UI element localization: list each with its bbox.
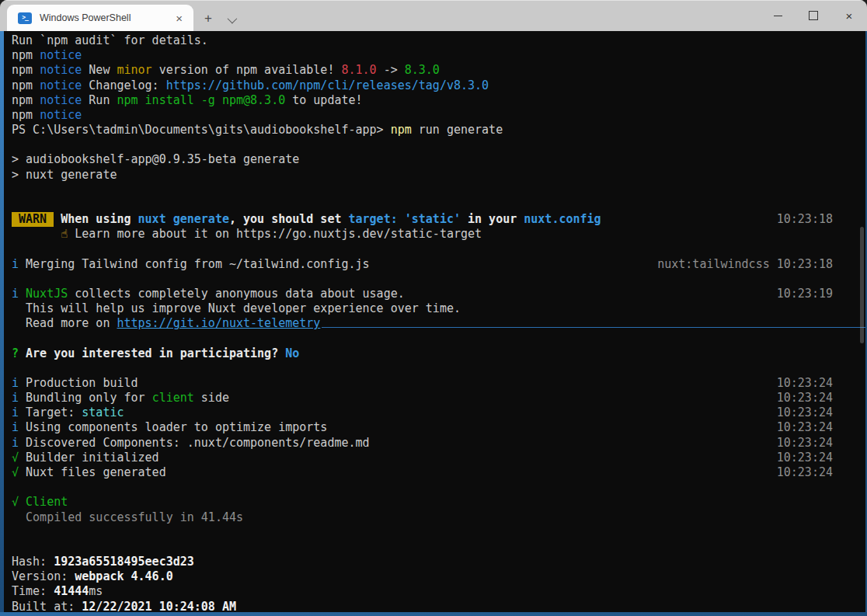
terminal-line: npm notice New minor version of npm avai…	[12, 63, 865, 78]
terminal-line: ☝ Learn more about it on https://go.nuxt…	[12, 227, 865, 242]
terminal-text-segment: Hash:	[12, 555, 54, 569]
terminal-text-segment: Changelog:	[82, 78, 165, 93]
terminal-text-segment: NuxtJS	[26, 287, 68, 301]
terminal-text-segment: Target:	[19, 405, 82, 420]
terminal-line: Time: 41444ms	[12, 584, 865, 599]
terminal-line	[12, 480, 865, 495]
maximize-button[interactable]	[796, 1, 831, 30]
terminal-window: >_ Windows PowerShell × + × Run `npm aud…	[0, 0, 867, 616]
link-underline-rule	[322, 316, 865, 328]
terminal-link[interactable]: https://git.io/nuxt-telemetry	[117, 316, 320, 331]
terminal-text-segment: collects completely anonymous data about…	[68, 287, 404, 301]
terminal-text-segment: npm	[12, 93, 40, 108]
terminal-text-segment: > nuxt generate	[12, 168, 117, 183]
terminal-text-segment: , you should set	[229, 212, 349, 227]
terminal-text-segment: npm	[12, 108, 40, 123]
terminal-text-segment: notice	[40, 48, 82, 63]
terminal-text-segment: Production build	[19, 376, 138, 391]
terminal-text-segment: npm install -g npm@8.3.0	[117, 93, 285, 108]
terminal-text-segment: √ Client	[12, 495, 68, 510]
terminal-line: PS C:\Users\tadmin\Documents\gits\audiob…	[12, 123, 865, 137]
terminal-line: Version: webpack 4.46.0	[12, 569, 865, 584]
terminal-text-segment: npm	[391, 123, 412, 137]
timestamp: 10:23:24	[777, 376, 865, 391]
terminal-text-segment: This will help us improve Nuxt developer…	[12, 301, 461, 316]
terminal-line: √ Builder initialized10:23:24	[12, 451, 865, 465]
terminal-text-segment: notice	[40, 93, 82, 108]
terminal-line	[12, 242, 865, 256]
timestamp: 10:23:24	[777, 420, 865, 435]
terminal-text-segment: √	[12, 465, 19, 480]
terminal-line: npm notice Run npm install -g npm@8.3.0 …	[12, 93, 865, 108]
minimize-button[interactable]	[760, 1, 796, 30]
minimize-icon	[774, 16, 782, 16]
new-tab-button[interactable]: +	[193, 12, 221, 31]
terminal-text-segment: target: 'static'	[349, 212, 461, 227]
window-edge-bottom	[0, 612, 867, 616]
terminal-link[interactable]: https://github.com/npm/cli/releases/tag/…	[166, 78, 489, 93]
timestamp: 10:23:24	[777, 436, 865, 451]
terminal-text-segment: 12/22/2021 10:24:08 AM	[82, 600, 236, 612]
chevron-down-icon	[227, 14, 237, 24]
terminal-line: i Merging Tailwind config from ~/tailwin…	[12, 257, 865, 272]
pointing-hand-icon: ☝	[61, 227, 68, 242]
terminal-text-segment: 8.1.0	[341, 63, 376, 78]
terminal-line: i Target: static10:23:24	[12, 405, 865, 420]
terminal-line	[12, 361, 865, 376]
timestamp: 10:23:24	[777, 465, 865, 480]
timestamp: nuxt:tailwindcss 10:23:18	[657, 257, 865, 272]
tab-title: Windows PowerShell	[40, 12, 171, 23]
terminal-text-segment: Version:	[12, 569, 75, 584]
powershell-icon: >_	[18, 12, 32, 24]
terminal-text-segment: notice	[40, 108, 82, 123]
timestamp: 10:23:19	[777, 287, 865, 301]
terminal-text-segment: 1923a65518495eec3d23	[54, 555, 194, 569]
terminal-text-segment: Discovered Components: .nuxt/components/…	[19, 436, 370, 451]
terminal-text-segment: in your	[461, 212, 524, 227]
terminal-text-segment: i	[12, 287, 19, 301]
terminal-text-segment: Learn more about it on https://go.nuxtjs…	[68, 227, 482, 242]
terminal-line: i NuxtJS collects completely anonymous d…	[12, 287, 865, 301]
terminal-text-segment: npm	[12, 48, 40, 63]
terminal-text-segment: Time:	[12, 584, 54, 599]
terminal-line: ? Are you interested in participating? N…	[12, 346, 865, 361]
terminal-text-segment: ->	[377, 63, 405, 78]
terminal-text-segment: Merging Tailwind config from ~/tailwind.…	[19, 257, 370, 272]
tab-windows-powershell[interactable]: >_ Windows PowerShell ×	[7, 5, 193, 31]
terminal-output[interactable]: Run `npm audit` for details.npm noticenp…	[4, 31, 865, 612]
scrollbar-thumb[interactable]	[860, 227, 864, 343]
tab-dropdown-button[interactable]	[221, 16, 242, 31]
terminal-text-segment: i	[12, 405, 19, 420]
terminal-line	[12, 331, 865, 346]
terminal-text-segment: run generate	[412, 123, 503, 137]
terminal-line	[12, 137, 865, 152]
terminal-text-segment: minor	[117, 63, 151, 78]
terminal-line: WARN When using nuxt generate, you shoul…	[12, 212, 865, 227]
terminal-text-segment: Built at:	[12, 600, 82, 612]
tab-close-icon[interactable]: ×	[171, 11, 187, 26]
maximize-icon	[809, 11, 818, 20]
timestamp: 10:23:24	[777, 391, 865, 405]
terminal-line: npm notice	[12, 108, 865, 123]
terminal-text-segment: webpack 4.46.0	[75, 569, 172, 584]
terminal-line	[12, 272, 865, 287]
terminal-text-segment: 8.3.0	[405, 63, 440, 78]
terminal-text-segment: to update!	[285, 93, 362, 108]
terminal-text-segment: PS C:\Users\tadmin\Documents\gits\audiob…	[12, 123, 391, 137]
terminal-text-segment	[19, 287, 26, 301]
terminal-line: i Discovered Components: .nuxt/component…	[12, 436, 865, 451]
terminal-line: i Production build10:23:24	[12, 376, 865, 391]
terminal-line: Built at: 12/22/2021 10:24:08 AM	[12, 600, 865, 612]
terminal-line: √ Nuxt files generated10:23:24	[12, 465, 865, 480]
terminal-text-segment: No	[285, 346, 299, 361]
terminal-text-segment: notice	[40, 78, 82, 93]
terminal-text-segment: side	[194, 391, 229, 405]
terminal-line: > audiobookshelf-app@0.9.35-beta generat…	[12, 152, 865, 167]
terminal-text-segment: New	[82, 63, 117, 78]
terminal-line: i Using components loader to optimize im…	[12, 420, 865, 435]
terminal-text-segment: Are you interested in participating?	[19, 346, 285, 361]
close-icon: ×	[846, 10, 853, 22]
close-button[interactable]: ×	[831, 1, 867, 30]
terminal-text-segment: ms	[89, 584, 103, 599]
terminal-text-segment	[12, 227, 61, 242]
